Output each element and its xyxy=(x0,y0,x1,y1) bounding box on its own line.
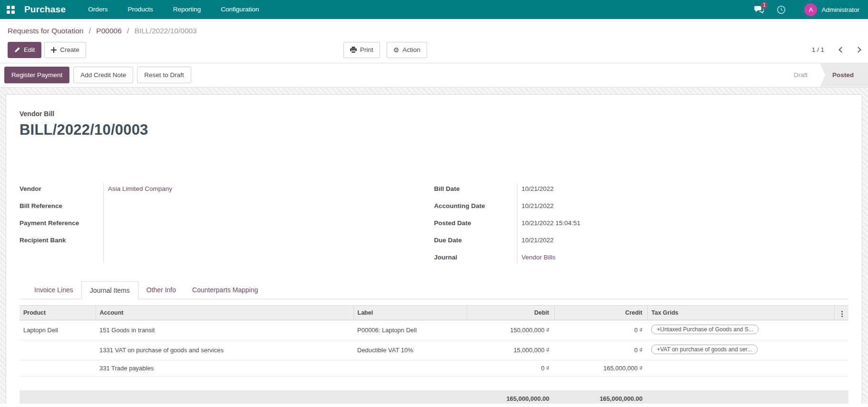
user-name: Administrator xyxy=(821,6,859,13)
cell-label[interactable] xyxy=(353,360,467,376)
tab-counterparts-mapping[interactable]: Counterparts Mapping xyxy=(184,281,266,299)
accounting-date-value: 10/21/2022 xyxy=(517,202,849,209)
field-groups: Vendor Asia Limited Company Bill Referen… xyxy=(20,180,848,266)
nav-menu-reporting[interactable]: Reporting xyxy=(163,0,211,19)
edit-button[interactable]: Edit xyxy=(8,42,41,58)
avatar: A xyxy=(804,3,817,16)
pager-next-icon[interactable] xyxy=(855,47,861,53)
state-draft[interactable]: Draft xyxy=(786,63,820,87)
pager-value: 1 / 1 xyxy=(812,46,824,53)
nav-menu-orders[interactable]: Orders xyxy=(78,0,117,19)
column-header-tax-grids[interactable]: Tax Grids xyxy=(647,305,834,320)
cell-account[interactable]: 151 Goods in transit xyxy=(96,320,353,340)
gear-icon: ⚙ xyxy=(393,47,400,53)
nav-menu-configuration[interactable]: Configuration xyxy=(211,0,269,19)
cell-credit[interactable]: 0 ₫ xyxy=(554,340,647,360)
cell-product[interactable] xyxy=(20,340,96,360)
create-button[interactable]: Create xyxy=(44,42,86,58)
user-menu[interactable]: A Administrator xyxy=(804,3,859,16)
table-header-row: Product Account Label Debit Credit Tax G… xyxy=(20,305,848,320)
column-header-label[interactable]: Label xyxy=(353,305,467,320)
field-due-date: Due Date 10/21/2022 xyxy=(434,232,849,249)
due-date-value: 10/21/2022 xyxy=(517,237,849,244)
form-view-background: Vendor Bill BILL/2022/10/0003 Vendor Asi… xyxy=(0,88,868,404)
field-group-right: Bill Date 10/21/2022 Accounting Date 10/… xyxy=(434,180,849,266)
form-sheet: Vendor Bill BILL/2022/10/0003 Vendor Asi… xyxy=(6,94,862,404)
action-button-label: Action xyxy=(402,47,420,53)
action-buttons: Print ⚙ Action xyxy=(343,42,427,58)
cell-credit[interactable]: 165,000,000 ₫ xyxy=(554,360,647,376)
field-posted-date: Posted Date 10/21/2022 15:04:51 xyxy=(434,215,849,232)
cell-account[interactable]: 1331 VAT on purchase of goods and servic… xyxy=(96,340,353,360)
action-button[interactable]: ⚙ Action xyxy=(387,42,427,58)
column-header-debit[interactable]: Debit xyxy=(467,305,554,320)
field-divider xyxy=(517,183,517,263)
posted-date-value: 10/21/2022 15:04:51 xyxy=(517,219,849,227)
table-spacer-row xyxy=(20,376,848,390)
print-button-label: Print xyxy=(360,47,373,53)
register-payment-button[interactable]: Register Payment xyxy=(4,67,69,83)
field-journal: Journal Vendor Bills xyxy=(434,249,849,266)
navbar-right: 1 A Administrator xyxy=(750,0,859,19)
cell-label[interactable]: P00006: Laptopn Dell xyxy=(353,320,467,340)
document-number-title: BILL/2022/10/0003 xyxy=(20,121,848,139)
printer-icon xyxy=(350,47,357,53)
app-name[interactable]: Purchase xyxy=(24,4,66,15)
cell-account[interactable]: 331 Trade payables xyxy=(96,360,353,376)
breadcrumb-purchase-order[interactable]: P00006 xyxy=(96,27,121,35)
cell-debit[interactable]: 0 ₫ xyxy=(467,360,554,376)
bill-date-label: Bill Date xyxy=(434,185,517,192)
statusbar-buttons: Register Payment Add Credit Note Reset t… xyxy=(4,63,191,87)
cell-credit[interactable]: 0 ₫ xyxy=(554,320,647,340)
print-button[interactable]: Print xyxy=(343,42,380,58)
state-posted: Posted xyxy=(820,63,868,87)
breadcrumb-requests-for-quotation[interactable]: Requests for Quotation xyxy=(8,27,83,35)
field-vendor: Vendor Asia Limited Company xyxy=(20,180,434,198)
pencil-icon xyxy=(14,47,20,53)
journal-label: Journal xyxy=(434,254,517,261)
pager-previous-icon[interactable] xyxy=(839,47,845,53)
cell-debit[interactable]: 15,000,000 ₫ xyxy=(467,340,554,360)
accounting-date-label: Accounting Date xyxy=(434,202,517,209)
statusbar-states: Draft Posted xyxy=(786,63,868,87)
plus-icon xyxy=(51,47,57,53)
navbar-left: Purchase Orders Products Reporting Confi… xyxy=(7,0,269,19)
edit-button-label: Edit xyxy=(24,47,35,53)
field-divider xyxy=(103,183,104,263)
vendor-label: Vendor xyxy=(20,185,103,192)
cell-tax-grids[interactable]: +VAT on purchase of goods and ser... xyxy=(647,340,834,360)
table-row[interactable]: Laptopn Dell 151 Goods in transit P00006… xyxy=(20,320,848,340)
cell-label[interactable]: Deductible VAT 10% xyxy=(353,340,467,360)
nav-menu-products[interactable]: Products xyxy=(117,0,163,19)
total-debit: 165,000,000.00 xyxy=(467,390,554,404)
tab-other-info[interactable]: Other Info xyxy=(138,281,184,299)
messages-icon[interactable]: 1 xyxy=(750,0,768,19)
cell-debit[interactable]: 150,000,000 ₫ xyxy=(467,320,554,340)
column-header-product[interactable]: Product xyxy=(20,305,96,320)
cell-product[interactable]: Laptopn Dell xyxy=(20,320,96,340)
journal-value[interactable]: Vendor Bills xyxy=(517,254,849,261)
add-credit-note-button[interactable]: Add Credit Note xyxy=(73,67,133,83)
posted-date-label: Posted Date xyxy=(434,219,517,227)
column-header-account[interactable]: Account xyxy=(96,305,353,320)
tab-journal-items[interactable]: Journal Items xyxy=(81,281,138,299)
cell-tax-grids[interactable]: +Untaxed Purchase of Goods and S... xyxy=(647,320,834,340)
column-header-credit[interactable]: Credit xyxy=(554,305,647,320)
control-panel: Edit Create Print ⚙ Action 1 / 1 xyxy=(0,40,868,63)
reset-to-draft-button[interactable]: Reset to Draft xyxy=(137,67,191,83)
tab-invoice-lines[interactable]: Invoice Lines xyxy=(26,281,81,299)
statusbar: Register Payment Add Credit Note Reset t… xyxy=(0,63,868,88)
table-row[interactable]: 1331 VAT on purchase of goods and servic… xyxy=(20,340,848,360)
optional-columns-icon[interactable] xyxy=(841,313,843,315)
apps-grid-icon[interactable] xyxy=(7,6,15,14)
clock-icon xyxy=(777,5,786,14)
field-payment-reference: Payment Reference xyxy=(20,215,434,232)
breadcrumb-separator: / xyxy=(127,27,129,35)
cell-product[interactable] xyxy=(20,360,96,376)
cell-tax-grids[interactable] xyxy=(647,360,834,376)
activities-clock-icon[interactable] xyxy=(772,0,790,19)
messages-badge: 1 xyxy=(761,2,768,9)
breadcrumb-current: BILL/2022/10/0003 xyxy=(135,27,197,35)
table-row[interactable]: 331 Trade payables 0 ₫ 165,000,000 ₫ xyxy=(20,360,848,376)
vendor-value[interactable]: Asia Limited Company xyxy=(103,185,434,192)
